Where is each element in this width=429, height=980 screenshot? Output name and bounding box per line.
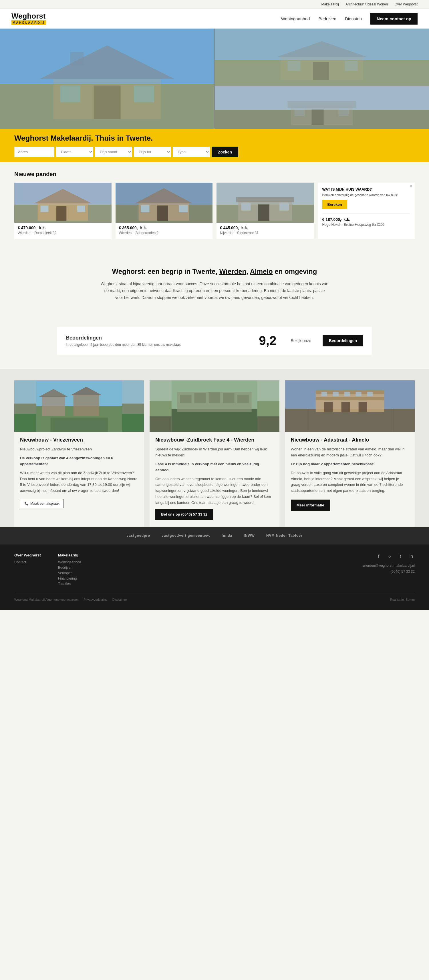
nieuwbouw-text2-1: De verkoop is gestart van 4 eengezinswon… bbox=[20, 455, 138, 467]
topnav-makelaardij[interactable]: Makelaardij bbox=[321, 2, 339, 6]
pand-card-2[interactable]: € 365.000,- k.k. Wierden – Scheermolen 2 bbox=[116, 183, 213, 239]
extra-pand-address: Hoge Hexel – Bruine Hoopsweg 6a Z206 bbox=[322, 223, 410, 227]
search-prijs-vanaf-select[interactable]: Prijs vanaf bbox=[95, 146, 132, 157]
partner-inww: INWW bbox=[244, 534, 255, 538]
nav-bedrijven[interactable]: Bedrijven bbox=[318, 16, 337, 21]
footer-privacy-link[interactable]: Privacyverklaring bbox=[83, 598, 108, 601]
partner-nvm: NVM Neder Tabloer bbox=[266, 534, 303, 538]
pand-image-1 bbox=[14, 183, 112, 223]
svg-rect-24 bbox=[141, 205, 150, 212]
search-plaats-select[interactable]: Plaats bbox=[56, 146, 93, 157]
svg-rect-19 bbox=[41, 205, 49, 212]
svg-rect-56 bbox=[344, 392, 350, 396]
topnav-over-weghorst[interactable]: Over Weghorst bbox=[395, 2, 418, 6]
nav-diensten[interactable]: Diensten bbox=[345, 16, 362, 21]
nieuwbouw-text1-1: Nieuwbouwproject Zandwijk te Vriezenveen bbox=[20, 446, 138, 452]
meer-info-button-3[interactable]: Meer informatie bbox=[291, 500, 330, 511]
about-wierden-link[interactable]: Wierden bbox=[219, 267, 246, 275]
afspraak-button-1[interactable]: 📞 Maak een afspraak bbox=[20, 499, 64, 508]
footer-contact-link[interactable]: Contact bbox=[14, 560, 41, 564]
footer-bottom-left: Weghorst Makelaardij Algemene voorwaarde… bbox=[14, 598, 131, 601]
footer-financiering-link[interactable]: Financiering bbox=[58, 576, 81, 581]
about-title-text: Weghorst: een begrip in Twente, bbox=[112, 267, 217, 275]
svg-marker-17 bbox=[34, 189, 92, 203]
footer-woningaanbod-link[interactable]: Woningaanbod bbox=[58, 560, 81, 564]
nav-woningaanbod[interactable]: Woningaanbod bbox=[281, 16, 310, 21]
about-text: Weghorst staat al bijna veertig jaar gar… bbox=[100, 281, 329, 301]
instagram-icon[interactable]: ○ bbox=[386, 553, 393, 560]
about-section: Weghorst: een begrip in Twente, Wierden,… bbox=[0, 250, 429, 318]
bel-button-2[interactable]: Bel ons op (0546) 57 33 32 bbox=[155, 509, 213, 520]
svg-rect-4 bbox=[134, 86, 154, 102]
svg-marker-22 bbox=[135, 188, 193, 204]
footer-voorwaarden-link[interactable]: Algemene voorwaarden bbox=[45, 598, 79, 601]
pand-card-1[interactable]: € 479.000,- k.k. Wierden – Dorpsbleek 32 bbox=[14, 183, 112, 239]
partner-vastgoedpro: vastgoedpro bbox=[126, 534, 150, 538]
pand-card-3[interactable]: € 445.000,- k.k. Nijverdal – Storkstraat… bbox=[217, 183, 314, 239]
top-nav: Makelaardij Architectuur / Ideaal Wonen … bbox=[0, 0, 429, 9]
footer-phone: (0546) 57 33 32 bbox=[363, 569, 415, 575]
bereken-button[interactable]: Bereken bbox=[322, 200, 347, 209]
logo[interactable]: Weghorst MAKELAARDIJ bbox=[11, 12, 46, 25]
search-prijs-tot-select[interactable]: Prijs tot bbox=[134, 146, 171, 157]
footer-disclaimer-link[interactable]: Disclaimer bbox=[112, 598, 127, 601]
svg-rect-52 bbox=[341, 402, 350, 412]
topnav-architectuur[interactable]: Architectuur / Ideaal Wonen bbox=[346, 2, 388, 6]
search-button[interactable]: Zoeken bbox=[212, 146, 238, 157]
svg-rect-47 bbox=[307, 409, 393, 432]
widget-close-icon[interactable]: ✕ bbox=[410, 185, 412, 188]
svg-rect-53 bbox=[358, 402, 367, 412]
nieuwbouw-card-2: Nieuwbouw -Zuidbroek Fase 4 - Wierden Sp… bbox=[150, 380, 279, 527]
svg-rect-39 bbox=[172, 409, 257, 432]
hero-banner: Weghorst Makelaardij. Thuis in Twente. P… bbox=[0, 129, 429, 162]
pand-info-2: € 365.000,- k.k. Wierden – Scheermolen 2 bbox=[116, 223, 213, 239]
partners-bar: vastgoedpro vastgoedvert gemeentew. fund… bbox=[0, 527, 429, 544]
hero-images bbox=[0, 29, 429, 129]
svg-rect-29 bbox=[241, 204, 251, 211]
nieuwbouw-grid: Nieuwbouw - Vriezenveen Nieuwbouwproject… bbox=[14, 380, 415, 527]
search-bar: Plaats Prijs vanaf Prijs tot Type Zoeken bbox=[14, 146, 415, 162]
nieuwbouw-text1-3: Wonen in één van de historische straten … bbox=[291, 446, 409, 458]
wat-mijn-huis-waard-widget: ✕ WAT IS MIJN HUIS WAARD? Bereken eenvou… bbox=[318, 183, 415, 239]
nieuwbouw-card-1: Nieuwbouw - Vriezenveen Nieuwbouwproject… bbox=[14, 380, 144, 527]
linkedin-icon[interactable]: in bbox=[408, 553, 415, 560]
svg-rect-30 bbox=[279, 204, 289, 211]
nieuwbouw-text2-2: Fase 4 is inmiddels in verkoop met een n… bbox=[155, 461, 273, 473]
nieuwbouw-card-3: Nieuwbouw - Adastraat - Almelo Wonen in … bbox=[285, 380, 415, 527]
contact-button[interactable]: Neem contact op bbox=[370, 13, 418, 25]
footer: Over Weghorst Contact Makelaardij Woning… bbox=[0, 544, 429, 610]
widget-title: WAT IS MIJN HUIS WAARD? bbox=[322, 187, 410, 191]
nieuwe-panden-title: Nieuwe panden bbox=[14, 171, 415, 178]
footer-taxaties-link[interactable]: Taxaties bbox=[58, 582, 81, 586]
svg-marker-7 bbox=[276, 41, 368, 57]
svg-rect-50 bbox=[316, 397, 384, 400]
footer-contact-info: wierden@weghorst-makelaardij.nl (0546) 5… bbox=[363, 563, 415, 575]
svg-rect-23 bbox=[158, 205, 169, 221]
footer-bottom: Weghorst Makelaardij Algemene voorwaarde… bbox=[14, 593, 415, 601]
nieuwbouw-image-2 bbox=[150, 380, 279, 432]
about-almelo-link[interactable]: Almelo bbox=[250, 267, 273, 275]
pand-price-1: € 479.000,- k.k. bbox=[18, 226, 108, 230]
reviews-score: 9,2 bbox=[253, 334, 282, 348]
nieuwbouw-text2-3: Er zijn nog maar 2 appartementen beschik… bbox=[291, 461, 409, 467]
footer-top: Over Weghorst Contact Makelaardij Woning… bbox=[14, 553, 415, 587]
search-type-select[interactable]: Type bbox=[173, 146, 210, 157]
svg-rect-33 bbox=[42, 396, 65, 416]
pand-image-2 bbox=[116, 183, 213, 223]
beoordelingen-button[interactable]: Beoordelingen bbox=[323, 335, 363, 347]
pand-info-1: € 479.000,- k.k. Wierden – Dorpsbleek 32 bbox=[14, 223, 112, 239]
search-address-input[interactable] bbox=[14, 146, 54, 157]
svg-rect-58 bbox=[367, 392, 373, 396]
svg-rect-54 bbox=[321, 392, 327, 396]
footer-verkopen-link[interactable]: Verkopen bbox=[58, 571, 81, 575]
svg-rect-28 bbox=[258, 204, 270, 221]
svg-rect-2 bbox=[94, 86, 121, 119]
nieuwbouw-content-3: Nieuwbouw - Adastraat - Almelo Wonen in … bbox=[285, 432, 415, 517]
footer-bedrijven-link[interactable]: Bedrijven bbox=[58, 566, 81, 570]
hero-title: Weghorst Makelaardij. Thuis in Twente. bbox=[14, 134, 415, 143]
twitter-icon[interactable]: t bbox=[397, 553, 404, 560]
footer-makelaardij: Makelaardij Woningaanbod Bedrijven Verko… bbox=[58, 553, 81, 587]
facebook-icon[interactable]: f bbox=[375, 553, 382, 560]
svg-rect-25 bbox=[179, 205, 188, 212]
svg-rect-3 bbox=[60, 86, 80, 102]
